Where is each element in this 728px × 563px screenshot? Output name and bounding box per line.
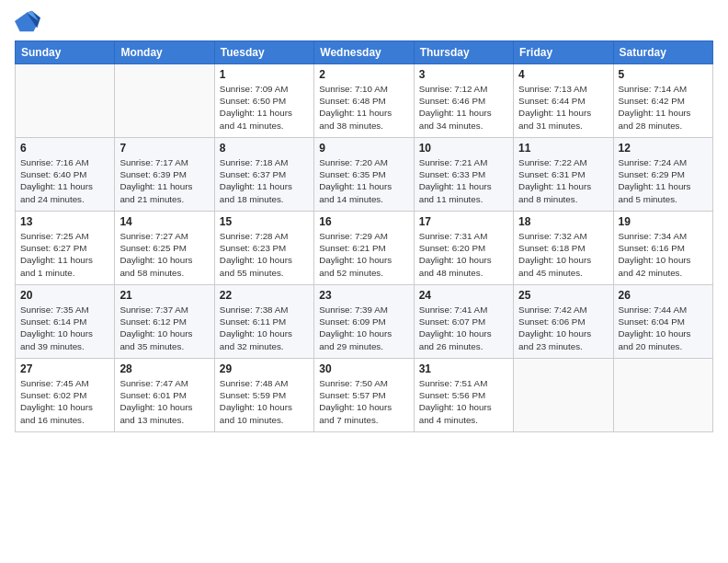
day-info: Sunrise: 7:42 AM Sunset: 6:06 PM Dayligh… — [518, 304, 608, 352]
day-cell — [613, 359, 712, 432]
day-cell: 15Sunrise: 7:28 AM Sunset: 6:23 PM Dayli… — [214, 212, 313, 285]
day-info: Sunrise: 7:18 AM Sunset: 6:37 PM Dayligh… — [220, 156, 309, 205]
day-cell: 26Sunrise: 7:44 AM Sunset: 6:04 PM Dayli… — [613, 285, 712, 359]
day-cell: 24Sunrise: 7:41 AM Sunset: 6:07 PM Dayli… — [414, 285, 513, 359]
day-cell: 5Sunrise: 7:14 AM Sunset: 6:42 PM Daylig… — [613, 64, 712, 138]
calendar-body: 1Sunrise: 7:09 AM Sunset: 6:50 PM Daylig… — [16, 64, 713, 432]
day-number: 28 — [119, 362, 209, 375]
day-info: Sunrise: 7:31 AM Sunset: 6:20 PM Dayligh… — [419, 230, 508, 279]
day-number: 13 — [20, 215, 109, 228]
day-cell: 22Sunrise: 7:38 AM Sunset: 6:11 PM Dayli… — [214, 285, 313, 359]
header-cell-thursday: Thursday — [414, 41, 513, 64]
day-cell: 1Sunrise: 7:09 AM Sunset: 6:50 PM Daylig… — [214, 64, 313, 138]
day-info: Sunrise: 7:37 AM Sunset: 6:12 PM Dayligh… — [119, 304, 209, 352]
day-info: Sunrise: 7:35 AM Sunset: 6:14 PM Dayligh… — [20, 304, 109, 352]
day-number: 1 — [220, 68, 309, 81]
day-number: 5 — [619, 68, 708, 81]
day-cell: 21Sunrise: 7:37 AM Sunset: 6:12 PM Dayli… — [115, 285, 214, 359]
header — [15, 9, 713, 35]
day-cell: 6Sunrise: 7:16 AM Sunset: 6:40 PM Daylig… — [16, 138, 115, 212]
day-number: 18 — [518, 215, 608, 228]
day-cell: 28Sunrise: 7:47 AM Sunset: 6:01 PM Dayli… — [115, 359, 214, 432]
day-number: 7 — [119, 142, 209, 155]
day-info: Sunrise: 7:48 AM Sunset: 5:59 PM Dayligh… — [220, 377, 309, 426]
day-cell: 20Sunrise: 7:35 AM Sunset: 6:14 PM Dayli… — [16, 285, 115, 359]
day-number: 27 — [20, 362, 109, 375]
day-info: Sunrise: 7:45 AM Sunset: 6:02 PM Dayligh… — [20, 377, 109, 426]
day-number: 25 — [518, 289, 608, 302]
week-row-4: 27Sunrise: 7:45 AM Sunset: 6:02 PM Dayli… — [16, 359, 713, 432]
day-number: 15 — [220, 215, 309, 228]
day-number: 31 — [419, 362, 508, 375]
day-cell — [514, 359, 613, 432]
header-cell-wednesday: Wednesday — [314, 41, 414, 64]
day-number: 23 — [319, 289, 408, 302]
day-info: Sunrise: 7:10 AM Sunset: 6:48 PM Dayligh… — [319, 83, 408, 132]
day-number: 29 — [220, 362, 309, 375]
day-info: Sunrise: 7:27 AM Sunset: 6:25 PM Dayligh… — [119, 230, 209, 279]
day-info: Sunrise: 7:12 AM Sunset: 6:46 PM Dayligh… — [419, 83, 508, 132]
day-number: 9 — [319, 142, 408, 155]
header-cell-monday: Monday — [115, 41, 214, 64]
day-cell: 30Sunrise: 7:50 AM Sunset: 5:57 PM Dayli… — [314, 359, 414, 432]
header-cell-tuesday: Tuesday — [214, 41, 313, 64]
week-row-1: 6Sunrise: 7:16 AM Sunset: 6:40 PM Daylig… — [16, 138, 713, 212]
day-number: 3 — [419, 68, 508, 81]
day-info: Sunrise: 7:14 AM Sunset: 6:42 PM Dayligh… — [619, 83, 708, 132]
day-number: 21 — [119, 289, 209, 302]
day-cell: 4Sunrise: 7:13 AM Sunset: 6:44 PM Daylig… — [514, 64, 613, 138]
day-cell — [16, 64, 115, 138]
day-cell: 14Sunrise: 7:27 AM Sunset: 6:25 PM Dayli… — [115, 212, 214, 285]
day-number: 22 — [220, 289, 309, 302]
day-info: Sunrise: 7:51 AM Sunset: 5:56 PM Dayligh… — [419, 377, 508, 426]
day-cell — [115, 64, 214, 138]
day-cell: 3Sunrise: 7:12 AM Sunset: 6:46 PM Daylig… — [414, 64, 513, 138]
day-info: Sunrise: 7:22 AM Sunset: 6:31 PM Dayligh… — [518, 156, 608, 205]
logo — [15, 9, 44, 35]
day-number: 24 — [419, 289, 508, 302]
day-cell: 10Sunrise: 7:21 AM Sunset: 6:33 PM Dayli… — [414, 138, 513, 212]
day-cell: 17Sunrise: 7:31 AM Sunset: 6:20 PM Dayli… — [414, 212, 513, 285]
header-cell-sunday: Sunday — [16, 41, 115, 64]
day-cell: 12Sunrise: 7:24 AM Sunset: 6:29 PM Dayli… — [613, 138, 712, 212]
day-number: 2 — [319, 68, 408, 81]
day-number: 16 — [319, 215, 408, 228]
page: SundayMondayTuesdayWednesdayThursdayFrid… — [0, 0, 728, 442]
day-info: Sunrise: 7:24 AM Sunset: 6:29 PM Dayligh… — [619, 156, 708, 205]
day-info: Sunrise: 7:38 AM Sunset: 6:11 PM Dayligh… — [220, 304, 309, 352]
day-info: Sunrise: 7:20 AM Sunset: 6:35 PM Dayligh… — [319, 156, 408, 205]
day-info: Sunrise: 7:16 AM Sunset: 6:40 PM Dayligh… — [20, 156, 109, 205]
day-info: Sunrise: 7:29 AM Sunset: 6:21 PM Dayligh… — [319, 230, 408, 279]
day-number: 20 — [20, 289, 109, 302]
day-number: 6 — [20, 142, 109, 155]
day-info: Sunrise: 7:47 AM Sunset: 6:01 PM Dayligh… — [119, 377, 209, 426]
day-info: Sunrise: 7:41 AM Sunset: 6:07 PM Dayligh… — [419, 304, 508, 352]
day-cell: 29Sunrise: 7:48 AM Sunset: 5:59 PM Dayli… — [214, 359, 313, 432]
day-number: 8 — [220, 142, 309, 155]
day-cell: 2Sunrise: 7:10 AM Sunset: 6:48 PM Daylig… — [314, 64, 414, 138]
week-row-2: 13Sunrise: 7:25 AM Sunset: 6:27 PM Dayli… — [16, 212, 713, 285]
day-cell: 18Sunrise: 7:32 AM Sunset: 6:18 PM Dayli… — [514, 212, 613, 285]
week-row-0: 1Sunrise: 7:09 AM Sunset: 6:50 PM Daylig… — [16, 64, 713, 138]
day-info: Sunrise: 7:39 AM Sunset: 6:09 PM Dayligh… — [319, 304, 408, 352]
calendar-header-row: SundayMondayTuesdayWednesdayThursdayFrid… — [16, 41, 713, 64]
day-cell: 23Sunrise: 7:39 AM Sunset: 6:09 PM Dayli… — [314, 285, 414, 359]
day-cell: 19Sunrise: 7:34 AM Sunset: 6:16 PM Dayli… — [613, 212, 712, 285]
day-cell: 7Sunrise: 7:17 AM Sunset: 6:39 PM Daylig… — [115, 138, 214, 212]
day-info: Sunrise: 7:34 AM Sunset: 6:16 PM Dayligh… — [619, 230, 708, 279]
day-cell: 11Sunrise: 7:22 AM Sunset: 6:31 PM Dayli… — [514, 138, 613, 212]
day-number: 4 — [518, 68, 608, 81]
day-info: Sunrise: 7:32 AM Sunset: 6:18 PM Dayligh… — [518, 230, 608, 279]
day-cell: 25Sunrise: 7:42 AM Sunset: 6:06 PM Dayli… — [514, 285, 613, 359]
day-number: 11 — [518, 142, 608, 155]
day-cell: 9Sunrise: 7:20 AM Sunset: 6:35 PM Daylig… — [314, 138, 414, 212]
day-info: Sunrise: 7:44 AM Sunset: 6:04 PM Dayligh… — [619, 304, 708, 352]
day-cell: 8Sunrise: 7:18 AM Sunset: 6:37 PM Daylig… — [214, 138, 313, 212]
calendar-table: SundayMondayTuesdayWednesdayThursdayFrid… — [15, 40, 713, 432]
header-cell-friday: Friday — [514, 41, 613, 64]
day-cell: 16Sunrise: 7:29 AM Sunset: 6:21 PM Dayli… — [314, 212, 414, 285]
day-number: 12 — [619, 142, 708, 155]
day-number: 10 — [419, 142, 508, 155]
day-info: Sunrise: 7:21 AM Sunset: 6:33 PM Dayligh… — [419, 156, 508, 205]
day-cell: 31Sunrise: 7:51 AM Sunset: 5:56 PM Dayli… — [414, 359, 513, 432]
